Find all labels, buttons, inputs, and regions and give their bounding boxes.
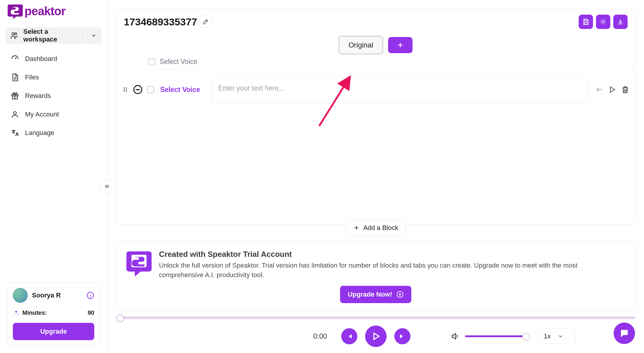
user-name: Soorya R (32, 291, 82, 299)
save-button[interactable] (579, 15, 593, 29)
save-icon (582, 18, 589, 25)
block-text-input-wrap (211, 77, 588, 102)
next-button[interactable] (394, 328, 410, 344)
theme-button[interactable] (596, 15, 610, 29)
trial-card: Created with Speaktor Trial Account Unlo… (116, 242, 635, 311)
plus-icon (353, 225, 360, 231)
progress-bar[interactable] (116, 317, 635, 319)
add-block-label: Add a Block (363, 224, 398, 232)
grip-icon[interactable] (122, 86, 129, 93)
nav-label: Rewards (25, 92, 51, 100)
play-block-icon[interactable] (608, 85, 616, 94)
plus-icon (396, 41, 404, 49)
upgrade-now-button[interactable]: Upgrade Now! (340, 286, 411, 303)
trial-description: Unlock the full version of Speaktor. Tri… (159, 261, 583, 280)
nav-files[interactable]: Files (4, 68, 104, 86)
chat-icon (619, 328, 629, 338)
current-time: 0:00 (313, 332, 327, 340)
logo-text: peaktor (24, 4, 66, 18)
svg-point-1 (15, 33, 17, 35)
workspace-icon (10, 31, 18, 40)
add-tab-button[interactable] (388, 37, 413, 53)
nav-rewards[interactable]: Rewards (4, 87, 104, 105)
nav-label: Files (25, 73, 39, 81)
gauge-icon (11, 55, 19, 63)
volume-icon[interactable] (451, 332, 459, 340)
play-button[interactable] (365, 326, 387, 347)
gift-icon (11, 92, 19, 100)
svg-point-0 (12, 33, 14, 35)
download-icon (617, 18, 624, 25)
arrow-right-circle-icon (396, 291, 404, 298)
translate-icon (11, 129, 19, 137)
svg-point-6 (602, 21, 604, 23)
upgrade-now-label: Upgrade Now! (348, 291, 392, 298)
workspace-selector[interactable]: Select a workspace (5, 27, 102, 44)
user-icon (11, 110, 19, 119)
block-select-voice[interactable]: Select Voice (159, 86, 201, 94)
editor-card: 1734689335377 Original (116, 9, 635, 225)
file-icon (11, 73, 19, 82)
svg-point-4 (13, 112, 16, 114)
remove-block-button[interactable] (133, 85, 142, 94)
sidebar: peaktor Select a workspace Dashboard (0, 0, 107, 353)
chat-fab[interactable] (614, 323, 635, 344)
waveform-icon (595, 85, 603, 94)
download-button[interactable] (613, 15, 628, 29)
minutes-value: 90 (88, 309, 94, 316)
nav-label: Language (25, 129, 54, 137)
play-icon (371, 331, 381, 341)
svg-point-9 (124, 89, 125, 90)
chevron-down-icon (558, 334, 563, 339)
speaktor-logo-icon (126, 250, 152, 277)
logo-mark-icon (7, 3, 23, 19)
user-card: Soorya R Minutes: 90 Upgrade (7, 282, 100, 346)
logo[interactable]: peaktor (0, 0, 107, 22)
speed-selector[interactable]: 1x (538, 329, 575, 344)
audio-player: 0:00 1x (116, 317, 635, 347)
svg-point-10 (126, 89, 127, 90)
minutes-label: Minutes: (22, 309, 47, 316)
volume-slider[interactable] (465, 335, 528, 337)
block-text-input[interactable] (218, 84, 581, 92)
header-select-voice-row: Select Voice (117, 58, 635, 70)
sparkle-icon (13, 310, 19, 316)
block-checkbox[interactable] (147, 86, 154, 93)
edit-title-button[interactable] (200, 16, 211, 28)
info-icon[interactable] (87, 291, 94, 299)
chevron-down-icon (91, 33, 97, 39)
add-block-button[interactable]: Add a Block (346, 220, 406, 236)
svg-point-8 (126, 88, 127, 89)
speed-value: 1x (544, 332, 551, 340)
workspace-label: Select a workspace (23, 28, 80, 43)
pencil-icon (202, 19, 209, 25)
nav-dashboard[interactable]: Dashboard (4, 50, 104, 68)
workspace-chevron[interactable] (85, 27, 102, 44)
sun-icon (600, 18, 607, 25)
trial-title: Created with Speaktor Trial Account (159, 250, 583, 259)
nav-language[interactable]: Language (4, 124, 104, 142)
upgrade-button[interactable]: Upgrade (13, 323, 94, 340)
tab-original[interactable]: Original (339, 36, 383, 54)
nav-label: My Account (25, 110, 59, 118)
avatar (13, 288, 28, 303)
svg-point-12 (126, 91, 127, 92)
block-row: Select Voice (117, 70, 635, 109)
select-all-checkbox[interactable] (148, 58, 155, 65)
prev-button[interactable] (341, 328, 357, 344)
svg-point-7 (124, 88, 125, 89)
skip-back-icon (346, 333, 353, 340)
nav-label: Dashboard (25, 55, 57, 63)
nav-account[interactable]: My Account (4, 105, 104, 123)
trash-icon[interactable] (621, 85, 629, 94)
main: 1734689335377 Original (107, 0, 644, 353)
skip-forward-icon (399, 333, 406, 340)
header-select-voice-label: Select Voice (160, 58, 197, 66)
svg-point-11 (124, 91, 125, 92)
doc-title: 1734689335377 (124, 16, 197, 28)
